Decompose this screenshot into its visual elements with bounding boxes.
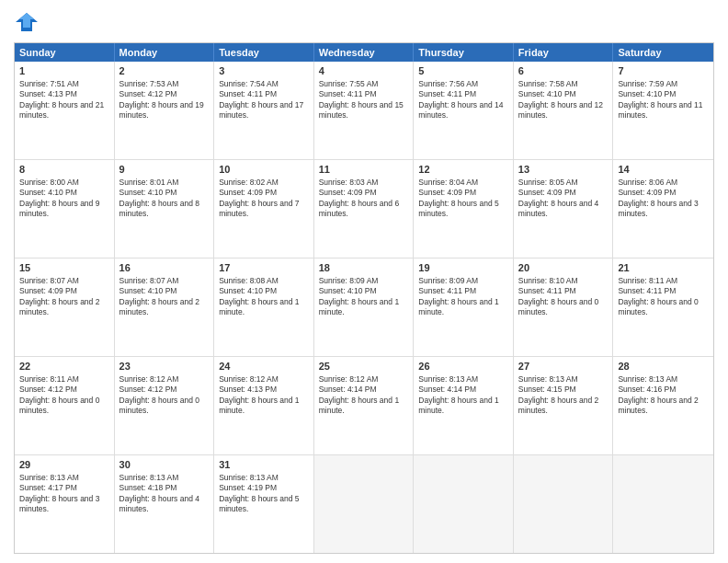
day-cell-14: 14Sunrise: 8:06 AMSunset: 4:09 PMDayligh… — [613, 160, 713, 258]
header-day-tuesday: Tuesday — [214, 43, 314, 62]
day-number: 8 — [19, 163, 109, 177]
sunset-text: Sunset: 4:11 PM — [219, 89, 309, 99]
daylight-text: Daylight: 8 hours and 6 minutes. — [319, 199, 409, 220]
sunset-text: Sunset: 4:10 PM — [219, 286, 309, 296]
daylight-text: Daylight: 8 hours and 17 minutes. — [219, 100, 309, 121]
sunset-text: Sunset: 4:18 PM — [119, 483, 210, 493]
sunrise-text: Sunrise: 8:05 AM — [518, 178, 609, 188]
daylight-text: Daylight: 8 hours and 1 minute. — [219, 297, 309, 318]
day-number: 12 — [418, 163, 508, 177]
sunrise-text: Sunrise: 8:12 AM — [319, 374, 409, 385]
sunset-text: Sunset: 4:11 PM — [418, 286, 508, 296]
sunrise-text: Sunrise: 8:11 AM — [618, 276, 709, 286]
day-cell-3: 3Sunrise: 7:54 AMSunset: 4:11 PMDaylight… — [214, 62, 314, 159]
sunset-text: Sunset: 4:10 PM — [319, 286, 409, 296]
sunrise-text: Sunrise: 7:58 AM — [518, 79, 609, 89]
day-cell-13: 13Sunrise: 8:05 AMSunset: 4:09 PMDayligh… — [514, 160, 614, 258]
daylight-text: Daylight: 8 hours and 15 minutes. — [319, 100, 409, 121]
logo-icon — [14, 9, 40, 35]
sunset-text: Sunset: 4:09 PM — [618, 188, 709, 198]
day-number: 30 — [119, 458, 210, 472]
day-number: 18 — [319, 261, 409, 275]
day-number: 20 — [518, 261, 609, 275]
daylight-text: Daylight: 8 hours and 1 minute. — [319, 396, 409, 417]
daylight-text: Daylight: 8 hours and 5 minutes. — [418, 199, 508, 220]
header — [14, 9, 714, 35]
sunset-text: Sunset: 4:10 PM — [19, 188, 109, 198]
sunset-text: Sunset: 4:17 PM — [19, 483, 109, 493]
day-number: 31 — [219, 458, 309, 472]
day-number: 26 — [418, 360, 508, 373]
calendar-row-0: 1Sunrise: 7:51 AMSunset: 4:13 PMDaylight… — [15, 62, 713, 159]
daylight-text: Daylight: 8 hours and 0 minutes. — [518, 297, 609, 318]
day-cell-30: 30Sunrise: 8:13 AMSunset: 4:18 PMDayligh… — [115, 455, 215, 553]
calendar-row-4: 29Sunrise: 8:13 AMSunset: 4:17 PMDayligh… — [15, 454, 713, 553]
sunset-text: Sunset: 4:09 PM — [518, 188, 609, 198]
daylight-text: Daylight: 8 hours and 8 minutes. — [119, 199, 210, 220]
daylight-text: Daylight: 8 hours and 1 minute. — [219, 396, 309, 417]
sunrise-text: Sunrise: 8:07 AM — [19, 276, 109, 286]
day-number: 21 — [618, 261, 709, 275]
empty-cell — [314, 455, 415, 553]
sunset-text: Sunset: 4:14 PM — [319, 385, 409, 395]
sunrise-text: Sunrise: 8:00 AM — [19, 178, 109, 188]
sunset-text: Sunset: 4:09 PM — [319, 188, 409, 198]
sunset-text: Sunset: 4:09 PM — [19, 286, 109, 296]
day-number: 17 — [219, 261, 309, 275]
day-cell-27: 27Sunrise: 8:13 AMSunset: 4:15 PMDayligh… — [514, 357, 614, 454]
day-number: 29 — [19, 458, 109, 472]
sunrise-text: Sunrise: 8:06 AM — [618, 178, 709, 188]
daylight-text: Daylight: 8 hours and 3 minutes. — [618, 199, 709, 220]
daylight-text: Daylight: 8 hours and 2 minutes. — [518, 396, 609, 417]
daylight-text: Daylight: 8 hours and 2 minutes. — [119, 297, 210, 318]
day-cell-23: 23Sunrise: 8:12 AMSunset: 4:12 PMDayligh… — [115, 357, 215, 454]
sunset-text: Sunset: 4:13 PM — [19, 89, 109, 99]
day-cell-28: 28Sunrise: 8:13 AMSunset: 4:16 PMDayligh… — [613, 357, 713, 454]
daylight-text: Daylight: 8 hours and 1 minute. — [418, 396, 508, 417]
daylight-text: Daylight: 8 hours and 0 minutes. — [19, 396, 109, 417]
day-cell-10: 10Sunrise: 8:02 AMSunset: 4:09 PMDayligh… — [214, 160, 314, 258]
day-number: 14 — [618, 163, 709, 177]
daylight-text: Daylight: 8 hours and 0 minutes. — [119, 396, 210, 417]
sunrise-text: Sunrise: 8:13 AM — [618, 374, 709, 385]
header-day-saturday: Saturday — [613, 43, 713, 62]
sunrise-text: Sunrise: 8:10 AM — [518, 276, 609, 286]
sunset-text: Sunset: 4:11 PM — [518, 286, 609, 296]
daylight-text: Daylight: 8 hours and 2 minutes. — [19, 297, 109, 318]
day-cell-12: 12Sunrise: 8:04 AMSunset: 4:09 PMDayligh… — [414, 160, 514, 258]
day-number: 23 — [119, 360, 210, 373]
day-number: 15 — [19, 261, 109, 275]
day-cell-9: 9Sunrise: 8:01 AMSunset: 4:10 PMDaylight… — [115, 160, 215, 258]
sunrise-text: Sunrise: 7:56 AM — [418, 79, 508, 89]
day-cell-29: 29Sunrise: 8:13 AMSunset: 4:17 PMDayligh… — [15, 455, 115, 553]
day-number: 4 — [319, 64, 409, 78]
day-cell-8: 8Sunrise: 8:00 AMSunset: 4:10 PMDaylight… — [15, 160, 115, 258]
day-cell-19: 19Sunrise: 8:09 AMSunset: 4:11 PMDayligh… — [414, 259, 514, 356]
sunrise-text: Sunrise: 8:13 AM — [518, 374, 609, 385]
header-day-friday: Friday — [514, 43, 614, 62]
daylight-text: Daylight: 8 hours and 3 minutes. — [19, 494, 109, 515]
calendar-header: SundayMondayTuesdayWednesdayThursdayFrid… — [15, 43, 713, 62]
day-cell-6: 6Sunrise: 7:58 AMSunset: 4:10 PMDaylight… — [514, 62, 614, 159]
calendar-body: 1Sunrise: 7:51 AMSunset: 4:13 PMDaylight… — [15, 62, 713, 553]
day-cell-2: 2Sunrise: 7:53 AMSunset: 4:12 PMDaylight… — [115, 62, 215, 159]
sunset-text: Sunset: 4:11 PM — [418, 89, 508, 99]
sunset-text: Sunset: 4:09 PM — [418, 188, 508, 198]
day-number: 11 — [319, 163, 409, 177]
sunset-text: Sunset: 4:12 PM — [19, 385, 109, 395]
day-number: 28 — [618, 360, 709, 373]
day-cell-5: 5Sunrise: 7:56 AMSunset: 4:11 PMDaylight… — [414, 62, 514, 159]
daylight-text: Daylight: 8 hours and 21 minutes. — [19, 100, 109, 121]
sunset-text: Sunset: 4:10 PM — [518, 89, 609, 99]
daylight-text: Daylight: 8 hours and 19 minutes. — [119, 100, 210, 121]
page: SundayMondayTuesdayWednesdayThursdayFrid… — [0, 0, 728, 563]
daylight-text: Daylight: 8 hours and 4 minutes. — [518, 199, 609, 220]
sunrise-text: Sunrise: 8:11 AM — [19, 374, 109, 385]
sunset-text: Sunset: 4:10 PM — [618, 89, 709, 99]
day-cell-4: 4Sunrise: 7:55 AMSunset: 4:11 PMDaylight… — [314, 62, 415, 159]
day-cell-31: 31Sunrise: 8:13 AMSunset: 4:19 PMDayligh… — [214, 455, 314, 553]
daylight-text: Daylight: 8 hours and 4 minutes. — [119, 494, 210, 515]
sunrise-text: Sunrise: 8:09 AM — [418, 276, 508, 286]
calendar-row-1: 8Sunrise: 8:00 AMSunset: 4:10 PMDaylight… — [15, 159, 713, 258]
calendar-row-3: 22Sunrise: 8:11 AMSunset: 4:12 PMDayligh… — [15, 356, 713, 454]
